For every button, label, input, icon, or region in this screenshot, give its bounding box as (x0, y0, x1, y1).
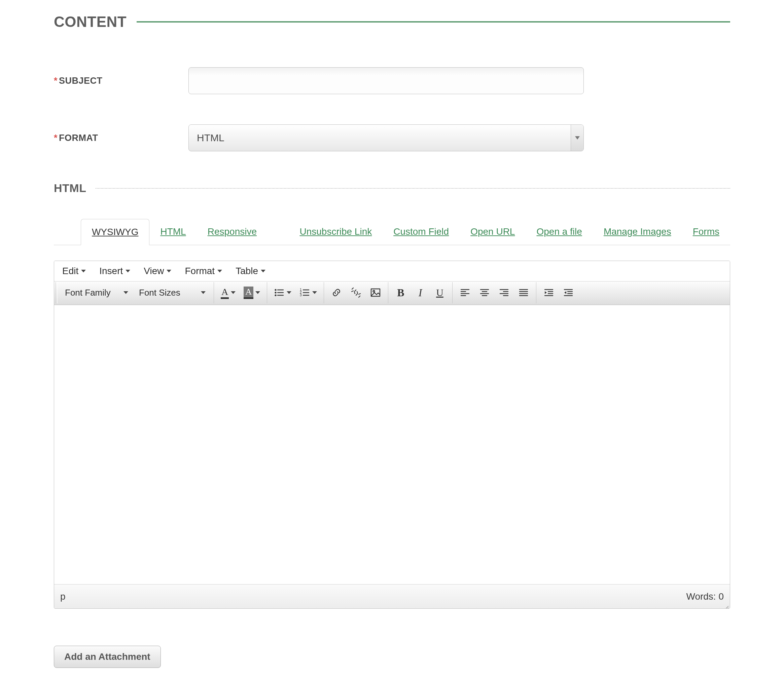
svg-point-3 (274, 291, 276, 293)
indent-button[interactable] (558, 282, 578, 303)
format-select[interactable]: HTML (188, 124, 584, 151)
font-group: Font Family Font Sizes (60, 282, 214, 303)
subject-label: *SUBJECT (54, 76, 188, 86)
tab-html[interactable]: HTML (150, 219, 197, 245)
resize-grip-icon[interactable] (724, 602, 729, 608)
numbered-list-icon: 1 2 3 (300, 287, 310, 298)
unlink-icon (350, 287, 361, 298)
menu-label: Insert (99, 266, 123, 276)
insert-image-button[interactable] (366, 282, 385, 303)
caret-down-icon (126, 270, 130, 272)
subject-input[interactable] (188, 67, 584, 94)
words-label: Words: (686, 591, 718, 602)
italic-button[interactable]: I (410, 282, 430, 303)
numbered-list-button[interactable]: 1 2 3 (295, 282, 321, 303)
format-select-arrow[interactable] (571, 125, 584, 151)
menu-table[interactable]: Table (235, 266, 265, 276)
outdent-icon (543, 287, 554, 298)
dropdown-label: Font Sizes (139, 288, 180, 298)
menu-format[interactable]: Format (185, 266, 222, 276)
wysiwyg-editor: Edit Insert View Format Table Font Famil… (54, 261, 730, 609)
svg-line-14 (359, 296, 360, 297)
link-icon (331, 287, 342, 298)
menu-insert[interactable]: Insert (99, 266, 130, 276)
section-divider (137, 21, 730, 22)
caret-down-icon (256, 291, 260, 294)
underline-button[interactable]: U (430, 282, 450, 303)
text-style-group: B I U (391, 282, 453, 303)
font-sizes-dropdown[interactable]: Font Sizes (134, 282, 211, 303)
indent-icon (563, 287, 574, 298)
align-justify-icon (518, 287, 529, 298)
link-label: Custom Field (393, 226, 449, 237)
bold-icon: B (397, 286, 404, 299)
svg-line-16 (359, 294, 360, 294)
svg-point-18 (373, 291, 375, 292)
subsection-header: HTML (54, 182, 730, 195)
svg-line-13 (352, 288, 353, 289)
outdent-button[interactable] (539, 282, 558, 303)
text-color-button[interactable]: A (217, 282, 240, 303)
editor-word-count: Words: 0 (686, 591, 724, 602)
caret-down-icon (261, 270, 265, 272)
format-label: *FORMAT (54, 133, 188, 143)
bold-button[interactable]: B (391, 282, 410, 303)
menu-view[interactable]: View (144, 266, 171, 276)
link-manage-images[interactable]: Manage Images (593, 219, 682, 245)
align-right-button[interactable] (494, 282, 514, 303)
link-open-url[interactable]: Open URL (460, 219, 525, 245)
link-label: Open URL (470, 226, 515, 237)
editor-path[interactable]: p (60, 591, 66, 602)
svg-line-15 (352, 291, 353, 291)
remove-link-button[interactable] (346, 282, 366, 303)
bullet-list-button[interactable] (270, 282, 295, 303)
align-left-icon (460, 287, 470, 298)
tab-responsive[interactable]: Responsive (197, 219, 268, 245)
editor-toolbar: Font Family Font Sizes A A (54, 282, 730, 305)
align-center-button[interactable] (475, 282, 494, 303)
toolbar-grip (55, 282, 58, 303)
button-label: Add an Attachment (64, 652, 150, 662)
required-asterisk-icon: * (54, 76, 58, 86)
menu-label: Edit (62, 266, 78, 276)
caret-down-icon (123, 291, 128, 294)
align-justify-button[interactable] (514, 282, 533, 303)
link-open-file[interactable]: Open a file (525, 219, 593, 245)
tab-label: WYSIWYG (92, 227, 138, 238)
svg-text:3: 3 (300, 293, 302, 297)
tab-wysiwyg[interactable]: WYSIWYG (81, 219, 150, 245)
link-custom-field[interactable]: Custom Field (383, 219, 460, 245)
svg-marker-44 (564, 291, 566, 294)
link-label: Manage Images (604, 226, 671, 237)
caret-down-icon (81, 270, 86, 272)
menu-label: Table (235, 266, 258, 276)
format-row: *FORMAT HTML (54, 124, 730, 151)
subsection-divider (96, 188, 730, 189)
editor-menubar: Edit Insert View Format Table (54, 261, 730, 282)
subject-label-text: SUBJECT (59, 76, 103, 86)
section-header: CONTENT (54, 13, 730, 30)
underline-icon: U (436, 287, 443, 298)
insert-link-button[interactable] (327, 282, 346, 303)
menu-edit[interactable]: Edit (62, 266, 86, 276)
add-attachment-button[interactable]: Add an Attachment (54, 646, 161, 668)
link-forms[interactable]: Forms (682, 219, 730, 245)
editor-content-area[interactable] (54, 305, 730, 584)
bullet-list-icon (274, 287, 285, 298)
align-group (455, 282, 536, 303)
caret-down-icon (201, 291, 206, 294)
image-icon (370, 287, 381, 298)
background-color-button[interactable]: A (240, 282, 264, 303)
subsection-title: HTML (54, 182, 86, 195)
editor-statusbar: p Words: 0 (54, 584, 730, 608)
background-color-icon: A (244, 286, 253, 299)
tab-label: HTML (160, 226, 186, 237)
subject-row: *SUBJECT (54, 67, 730, 94)
align-left-button[interactable] (455, 282, 475, 303)
svg-point-1 (274, 289, 276, 291)
insert-group (327, 282, 388, 303)
font-family-dropdown[interactable]: Font Family (60, 282, 134, 303)
indent-group (539, 282, 581, 303)
list-group: 1 2 3 (270, 282, 324, 303)
link-unsubscribe[interactable]: Unsubscribe Link (289, 219, 383, 245)
